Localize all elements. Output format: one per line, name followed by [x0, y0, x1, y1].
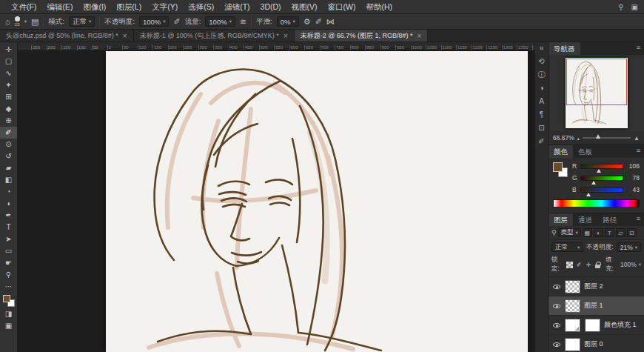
visibility-toggle[interactable] [551, 304, 561, 308]
color-wells[interactable] [553, 162, 568, 177]
navigator-view-rect[interactable] [566, 59, 627, 105]
opacity-select[interactable]: 100% ▾ [139, 16, 170, 27]
panel-menu-icon[interactable]: ≡ [633, 213, 644, 226]
layer-thumbnail[interactable] [565, 338, 580, 351]
menu-item[interactable]: 帮助(H) [361, 0, 398, 13]
menu-item[interactable]: 文件(F) [6, 0, 41, 13]
filter-shape-layers-icon[interactable]: ▱ [616, 228, 625, 237]
smoothing-select[interactable]: 0% ▾ [277, 16, 299, 27]
filter-type-layers-icon[interactable]: T [605, 228, 614, 237]
quick-mask-icon[interactable]: ◨ [0, 308, 17, 320]
tab-paths[interactable]: 路径 [597, 213, 622, 226]
document-tab[interactable]: 未标题-2 @ 66.7% (图层 1, RGB/8#) *× [295, 30, 429, 41]
document-tab[interactable]: 头@chuz.psd @ 50% (line, RGB/8#) *× [0, 30, 134, 41]
shape-tool[interactable]: ▭ [0, 245, 17, 257]
close-tab-icon[interactable]: × [123, 32, 127, 40]
visibility-toggle[interactable] [551, 285, 561, 289]
channel-slider[interactable] [580, 176, 623, 181]
tab-layers[interactable]: 图层 [549, 213, 573, 226]
edit-toolbar-icon[interactable]: ⋯ [0, 281, 17, 293]
healing-brush-tool[interactable]: ⊕ [0, 115, 17, 127]
path-selection-tool[interactable]: ➤ [0, 233, 17, 245]
zoom-in-icon[interactable]: ▲ [634, 135, 640, 142]
pressure-opacity-icon[interactable]: ✐ [173, 18, 180, 26]
search-icon[interactable]: ⚲ [618, 3, 623, 11]
layer-opacity-select[interactable]: 21% ▾ [617, 242, 641, 252]
channel-slider[interactable] [580, 187, 623, 193]
color-swatches[interactable] [3, 295, 15, 307]
crop-tool[interactable]: ⊞ [0, 91, 17, 103]
menu-item[interactable]: 窗口(W) [323, 0, 361, 13]
fill-thumbnail[interactable] [565, 319, 580, 332]
lasso-tool[interactable]: ∿ [0, 67, 17, 79]
menu-item[interactable]: 视图(V) [286, 0, 323, 13]
foreground-color-swatch[interactable] [3, 295, 10, 302]
zoom-tool[interactable]: ⚲ [0, 269, 17, 281]
home-icon[interactable]: ⌂ [5, 18, 10, 26]
tab-swatches[interactable]: 色板 [573, 145, 597, 158]
symmetry-icon[interactable]: ⋈ [326, 18, 335, 26]
tab-color[interactable]: 颜色 [549, 145, 573, 158]
filter-smart-object-icon[interactable]: ⊡ [627, 228, 637, 237]
menu-item[interactable]: 文字(Y) [147, 0, 183, 13]
layer-row[interactable]: 图层 1 [549, 296, 644, 316]
zoom-slider[interactable] [583, 137, 631, 139]
zoom-level[interactable]: 66.67% [553, 134, 574, 142]
tab-navigator[interactable]: 导航器 [549, 42, 580, 55]
marquee-tool[interactable]: ▢ [0, 56, 17, 67]
adjustments-panel-icon[interactable]: ◑ [539, 84, 543, 92]
slider-thumb[interactable] [597, 169, 601, 173]
layer-row[interactable]: 图层 0 [549, 335, 644, 352]
chevron-down-icon[interactable]: ▾ [24, 19, 27, 24]
menu-item[interactable]: 编辑(E) [41, 0, 78, 13]
brush-preset-picker[interactable]: 25 [15, 16, 20, 27]
layer-thumbnail[interactable] [565, 299, 580, 313]
eyedropper-tool[interactable]: ◆ [0, 103, 17, 115]
lock-all-icon[interactable] [594, 261, 602, 269]
slider-thumb[interactable] [586, 193, 591, 196]
canvas[interactable] [106, 51, 528, 352]
history-panel-icon[interactable]: ⟲ [538, 58, 544, 65]
menu-item[interactable]: 滤镜(T) [219, 0, 255, 13]
zoom-out-icon[interactable]: ▴ [577, 136, 580, 141]
clone-stamp-tool[interactable]: ⊙ [0, 139, 17, 150]
color-spectrum-bar[interactable] [553, 199, 640, 207]
panel-menu-icon[interactable]: ≡ [633, 42, 644, 55]
quick-selection-tool[interactable]: ✦ [0, 79, 17, 91]
pen-tool[interactable]: ✒ [0, 210, 17, 222]
horizontal-ruler[interactable]: 2502001501005005010015020025030035040045… [18, 42, 534, 51]
airbrush-icon[interactable]: ≋ [240, 18, 246, 26]
eraser-tool[interactable]: ▰ [0, 162, 17, 174]
menu-item[interactable]: 图层(L) [111, 0, 147, 13]
close-tab-icon[interactable]: × [284, 32, 288, 40]
workspace-switcher-icon[interactable]: ▣ [631, 3, 638, 11]
layer-blend-mode-select[interactable]: 正常 ▾ [551, 242, 583, 252]
menu-item[interactable]: 选择(S) [183, 0, 219, 13]
gradient-tool[interactable]: ◧ [0, 174, 17, 186]
history-brush-tool[interactable]: ↺ [0, 150, 17, 162]
brush-settings-toggle-icon[interactable]: ▤ [31, 18, 38, 26]
hand-tool[interactable]: ☛ [0, 257, 17, 269]
panel-menu-icon[interactable]: ≡ [633, 145, 644, 158]
menu-item[interactable]: 图像(I) [78, 0, 111, 13]
filter-adjustment-layers-icon[interactable]: ◐ [594, 228, 603, 237]
move-tool[interactable]: ✛ [0, 44, 17, 56]
filter-search-icon[interactable]: ⚲ [551, 230, 557, 236]
pressure-size-icon[interactable]: ✐ [315, 18, 322, 26]
filter-pixel-layers-icon[interactable]: ▦ [583, 228, 592, 237]
clone-source-panel-icon[interactable]: ⊡ [538, 124, 544, 132]
brush-settings-panel-icon[interactable]: ✐ [538, 138, 544, 145]
character-panel-icon[interactable]: A [539, 98, 544, 105]
navigator-thumbnail[interactable] [566, 58, 628, 128]
fill-value[interactable]: 100% [620, 261, 637, 268]
lock-transparency-icon[interactable] [566, 261, 574, 269]
layer-row[interactable]: 颜色填充 1 [549, 316, 644, 335]
navigator-preview[interactable] [549, 55, 644, 131]
zoom-slider-thumb[interactable] [596, 134, 600, 139]
screen-mode-icon[interactable]: ▣ [0, 320, 17, 332]
menu-item[interactable]: 3D(D) [255, 0, 286, 13]
foreground-color-well[interactable] [553, 162, 563, 172]
info-panel-icon[interactable]: ⓘ [538, 71, 546, 79]
visibility-toggle[interactable] [551, 342, 561, 347]
document-tab[interactable]: 未标题-1 @ 100% (勾上压感, RGB/8#/CMYK) *× [134, 30, 295, 41]
